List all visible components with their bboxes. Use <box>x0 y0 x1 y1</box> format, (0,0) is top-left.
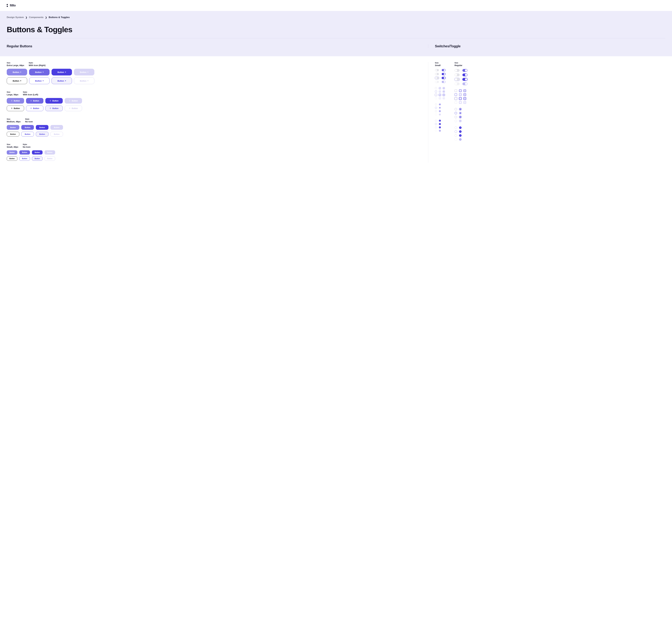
button-sm-outline-black[interactable]: Button <box>7 156 17 161</box>
round-checkbox[interactable]: ✓ <box>459 134 462 137</box>
breadcrumb-link[interactable]: Design System <box>7 16 24 19</box>
caret-right-icon <box>88 72 88 73</box>
checkbox[interactable]: ✓ <box>459 89 462 92</box>
checkbox[interactable] <box>435 87 437 89</box>
radio[interactable] <box>435 103 437 105</box>
checkbox[interactable] <box>455 93 457 96</box>
round-checkbox[interactable] <box>455 126 457 129</box>
breadcrumb-link[interactable]: Components <box>29 16 44 19</box>
radio[interactable] <box>459 112 462 114</box>
button-md-outline-purple[interactable]: Button <box>21 132 34 136</box>
button-md-outline-disabled[interactable]: Button <box>50 132 63 136</box>
radio[interactable] <box>455 112 457 114</box>
radio[interactable] <box>455 108 457 110</box>
button-md-filled-pale[interactable]: Button <box>50 125 63 130</box>
switch[interactable] <box>442 73 446 75</box>
switch[interactable] <box>442 77 446 79</box>
caret-right-icon <box>65 80 66 81</box>
button-xl-outline-fill[interactable]: Button <box>52 77 72 84</box>
switch[interactable] <box>462 69 467 72</box>
switch[interactable] <box>455 74 460 76</box>
button-lg-filled-light[interactable]: Button <box>7 98 24 104</box>
round-checkbox[interactable] <box>455 130 457 133</box>
radio[interactable] <box>439 110 441 112</box>
checkbox[interactable] <box>443 94 445 96</box>
caret-right-icon <box>21 72 21 73</box>
bag-icon <box>11 100 12 102</box>
checkbox[interactable]: ✓ <box>439 90 441 93</box>
round-checkbox[interactable]: ✓ <box>459 126 462 129</box>
button-label: Button <box>72 100 78 102</box>
checkbox[interactable] <box>455 89 457 92</box>
checkbox[interactable] <box>435 94 437 96</box>
button-lg-filled-mid[interactable]: Button <box>26 98 44 104</box>
switch[interactable] <box>455 78 460 81</box>
button-lg-filled-dark[interactable]: Button <box>45 98 63 104</box>
button-lg-outline-black[interactable]: Button <box>7 106 24 111</box>
round-checkbox[interactable]: ✓ <box>439 120 441 122</box>
radio[interactable] <box>439 107 441 109</box>
button-label: Button <box>9 158 15 160</box>
radio[interactable] <box>455 116 457 118</box>
button-sm-filled-light[interactable]: Button <box>7 150 17 155</box>
button-xl-outline-black[interactable]: Button <box>7 77 27 84</box>
checkbox[interactable]: ✓ <box>439 87 441 89</box>
topbar: filllo <box>0 0 672 11</box>
switch[interactable] <box>442 69 446 71</box>
button-sm-outline-fill[interactable]: Button <box>32 156 43 161</box>
button-sm-filled-pale[interactable]: Button <box>45 150 55 155</box>
button-xl-outline-purple[interactable]: Button <box>29 77 50 84</box>
button-xl-outline-disabled[interactable]: Button <box>74 77 94 84</box>
button-lg-filled-pale[interactable]: Button <box>65 98 82 104</box>
button-sm-filled-dark[interactable]: Button <box>32 150 43 155</box>
checkbox <box>443 97 445 99</box>
button-sm-outline-purple[interactable]: Button <box>19 156 30 161</box>
radio[interactable] <box>435 107 437 109</box>
button-lg-outline-disabled[interactable]: Button <box>65 106 82 111</box>
button-md-outline-fill[interactable]: Button <box>36 132 48 136</box>
button-md-outline-black[interactable]: Button <box>7 132 19 136</box>
radio[interactable] <box>435 110 437 112</box>
button-lg-outline-purple[interactable]: Button <box>26 106 44 111</box>
switch[interactable] <box>455 69 460 72</box>
switch[interactable] <box>435 77 439 79</box>
checkbox[interactable] <box>455 97 457 100</box>
checkbox[interactable]: ✓ <box>459 93 462 96</box>
checkbox <box>435 97 437 99</box>
switch[interactable] <box>435 69 439 71</box>
button-xl-filled-pale[interactable]: Button <box>74 69 94 75</box>
round-checkbox[interactable] <box>435 126 437 128</box>
radio[interactable] <box>459 116 462 118</box>
button-sm-outline-disabled[interactable]: Button <box>45 156 55 161</box>
radio <box>435 113 437 115</box>
button-md-filled-light[interactable]: Button <box>7 125 19 130</box>
button-xl-filled-light[interactable]: Button <box>7 69 27 75</box>
button-xl-filled-mid[interactable]: Button <box>29 69 50 75</box>
toggle-size-value: Regular <box>455 64 467 67</box>
checkbox[interactable] <box>443 90 445 93</box>
round-checkbox[interactable] <box>435 123 437 125</box>
checkbox[interactable] <box>464 93 466 96</box>
switch[interactable] <box>462 74 467 76</box>
radio[interactable] <box>459 108 462 110</box>
button-lg-outline-fill[interactable]: Button <box>45 106 63 111</box>
button-md-filled-dark[interactable]: Button <box>36 125 48 130</box>
switch[interactable] <box>435 73 439 75</box>
round-checkbox[interactable] <box>435 120 437 122</box>
button-md-filled-mid[interactable]: Button <box>21 125 34 130</box>
button-xl-filled-dark[interactable]: Button <box>52 69 72 75</box>
button-sm-filled-mid[interactable]: Button <box>19 150 30 155</box>
checkbox[interactable]: ✓ <box>439 94 441 96</box>
checkbox[interactable] <box>464 89 466 92</box>
round-checkbox[interactable]: ✓ <box>439 123 441 125</box>
round-checkbox[interactable] <box>455 134 457 137</box>
round-checkbox[interactable]: ✓ <box>459 130 462 133</box>
checkbox[interactable]: ✓ <box>459 97 462 100</box>
checkbox[interactable] <box>435 90 437 93</box>
checkbox[interactable] <box>464 97 466 100</box>
checkbox[interactable] <box>443 87 445 89</box>
radio[interactable] <box>439 103 441 105</box>
switch[interactable] <box>462 78 467 81</box>
round-checkbox[interactable]: ✓ <box>439 126 441 128</box>
bag-icon <box>69 100 71 102</box>
